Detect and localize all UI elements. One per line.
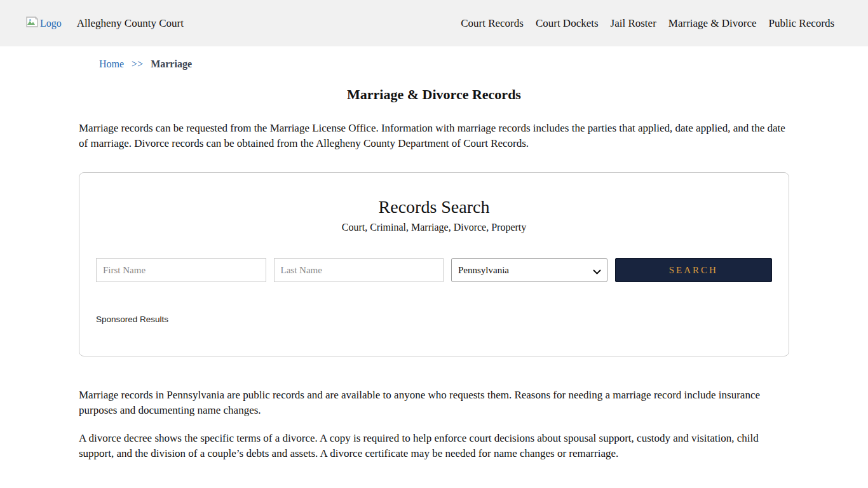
logo-alt-text: Logo [40, 18, 62, 29]
first-name-input[interactable] [96, 258, 266, 282]
public-records-paragraph: Marriage records in Pennsylvania are pub… [79, 388, 789, 418]
header: Logo Allegheny County Court Court Record… [0, 0, 868, 46]
search-card-title: Records Search [96, 197, 772, 217]
nav-court-records[interactable]: Court Records [461, 17, 524, 30]
site-logo[interactable]: Logo [25, 17, 62, 30]
breadcrumb-home-link[interactable]: Home [99, 58, 124, 69]
page-title: Marriage & Divorce Records [79, 86, 789, 103]
broken-image-icon [25, 17, 39, 30]
site-title: Allegheny County Court [77, 17, 184, 30]
intro-paragraph: Marriage records can be requested from t… [79, 121, 789, 151]
breadcrumb-separator: >> [132, 58, 143, 69]
last-name-input[interactable] [274, 258, 444, 282]
nav-marriage-divorce[interactable]: Marriage & Divorce [668, 17, 757, 30]
sponsored-results-label: Sponsored Results [96, 315, 772, 324]
nav-court-dockets[interactable]: Court Dockets [536, 17, 599, 30]
nav-jail-roster[interactable]: Jail Roster [611, 17, 656, 30]
breadcrumb-current: Marriage [151, 58, 192, 69]
main-nav: Court Records Court Dockets Jail Roster … [461, 17, 834, 30]
main-content: Home >> Marriage Marriage & Divorce Reco… [79, 58, 789, 461]
breadcrumb: Home >> Marriage [79, 58, 789, 70]
nav-public-records[interactable]: Public Records [769, 17, 834, 30]
search-button[interactable]: SEARCH [615, 258, 773, 282]
divorce-decree-paragraph: A divorce decree shows the specific term… [79, 431, 789, 461]
search-card-subtitle: Court, Criminal, Marriage, Divorce, Prop… [96, 222, 772, 233]
state-select[interactable]: Pennsylvania [451, 258, 607, 282]
search-form: Pennsylvania SEARCH [96, 258, 772, 282]
records-search-card: Records Search Court, Criminal, Marriage… [79, 172, 789, 356]
state-select-wrap: Pennsylvania [451, 258, 607, 282]
